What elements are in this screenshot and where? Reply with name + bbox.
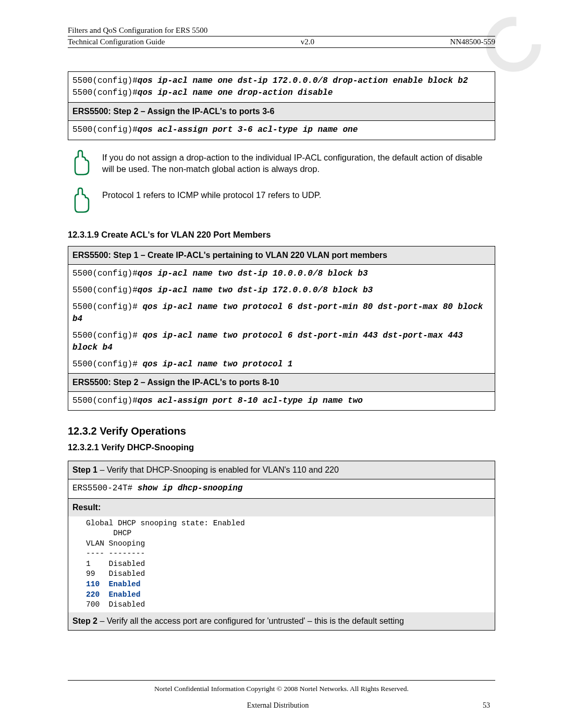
output-line: 99 Disabled xyxy=(86,570,145,578)
note-text: If you do not assign a drop-action to th… xyxy=(102,150,495,175)
note-text: Protocol 1 refers to ICMP while protocol… xyxy=(102,187,321,201)
cli-prompt: 5500(config)# xyxy=(72,88,138,97)
doc-version: v2.0 xyxy=(301,38,314,46)
step-desc: – Verify all the access port are configu… xyxy=(97,616,404,625)
step-header: ERS5500: Step 2 – Assign the IP-ACL's to… xyxy=(68,103,495,120)
command-block-5: ERS5500-24T# show ip dhcp-snooping xyxy=(68,479,495,498)
cli-command: show ip dhcp-snooping xyxy=(138,484,243,493)
page-number: 53 xyxy=(483,701,490,710)
cli-command: qos ip-acl name one drop-action disable xyxy=(138,88,333,97)
step-header: Step 1 – Verify that DHCP-Snooping is en… xyxy=(68,461,495,479)
output-line: 1 Disabled xyxy=(86,560,145,568)
result-output: Global DHCP snooping state: Enabled DHCP… xyxy=(68,516,495,612)
command-block-4: 5500(config)#qos acl-assign port 8-10 ac… xyxy=(68,391,495,411)
step-header: ERS5500: Step 1 – Create IP-ACL's pertai… xyxy=(68,246,495,264)
note-row: If you do not assign a drop-action to th… xyxy=(71,150,495,178)
cli-prompt: 5500(config)# xyxy=(72,269,138,278)
cli-command: qos acl-assign port 8-10 acl-type ip nam… xyxy=(138,396,363,405)
output-line: ---- -------- xyxy=(86,549,145,558)
doc-number: NN48500-559 xyxy=(450,38,495,46)
output-line: Global DHCP snooping state: Enabled xyxy=(86,519,245,527)
doc-title: Filters and QoS Configuration for ERS 55… xyxy=(68,26,207,35)
cli-command: qos ip-acl name two dst-ip 172.0.0.0/8 b… xyxy=(138,286,373,295)
page-header-row1: Filters and QoS Configuration for ERS 55… xyxy=(68,26,495,36)
cli-command: qos acl-assign port 3-6 acl-type ip name… xyxy=(138,125,358,134)
output-line: DHCP xyxy=(86,529,131,537)
cli-prompt: 5500(config)# xyxy=(72,125,138,134)
cli-prompt: 5500(config)# xyxy=(72,76,138,85)
command-block-2: 5500(config)#qos acl-assign port 3-6 acl… xyxy=(68,120,495,140)
cli-command: qos ip-acl name two dst-ip 10.0.0.0/8 bl… xyxy=(138,269,368,278)
cli-prompt: 5500(config)# xyxy=(72,331,142,340)
footer-distribution: External Distribution xyxy=(247,701,309,710)
section-heading: 12.3.1.9 Create ACL's for VLAN 220 Port … xyxy=(68,230,495,240)
cli-command: qos ip-acl name one dst-ip 172.0.0.0/8 d… xyxy=(138,76,468,85)
result-header: Result: xyxy=(68,499,495,516)
cli-prompt: 5500(config)# xyxy=(72,286,138,295)
output-line: 700 Disabled xyxy=(86,600,145,609)
cli-prompt: 5500(config)# xyxy=(72,396,138,405)
cli-prompt: 5500(config)# xyxy=(72,302,142,312)
note-row: Protocol 1 refers to ICMP while protocol… xyxy=(71,187,495,215)
cli-prompt: 5500(config)# xyxy=(72,360,142,369)
step-desc: – Verify that DHCP-Snooping is enabled f… xyxy=(97,465,339,474)
output-line-highlight: 110 Enabled xyxy=(86,580,140,588)
subsection-heading: 12.3.2.1 Verify DHCP-Snooping xyxy=(68,442,495,452)
pointing-hand-icon xyxy=(71,187,92,215)
cli-command: qos ip-acl name two protocol 1 xyxy=(142,360,292,369)
output-line-highlight: 220 Enabled xyxy=(86,590,140,599)
step-label: Step 1 xyxy=(72,465,97,474)
cli-prompt: ERS5500-24T# xyxy=(72,484,138,493)
page-header-row2: Technical Configuration Guide v2.0 NN485… xyxy=(68,38,495,48)
doc-subtitle: Technical Configuration Guide xyxy=(68,38,165,46)
pointing-hand-icon xyxy=(71,150,92,178)
output-line: VLAN Snooping xyxy=(86,539,145,548)
step-header: ERS5500: Step 2 – Assign the IP-ACL's to… xyxy=(68,374,495,391)
command-block-3: 5500(config)#qos ip-acl name two dst-ip … xyxy=(68,264,495,374)
section-heading: 12.3.2 Verify Operations xyxy=(68,425,495,437)
step-header: Step 2 – Verify all the access port are … xyxy=(68,612,495,631)
step-label: Step 2 xyxy=(72,616,97,625)
command-block-1: 5500(config)#qos ip-acl name one dst-ip … xyxy=(68,71,495,103)
page-footer: Nortel Confidential Information Copyrigh… xyxy=(68,680,495,710)
footer-copyright: Nortel Confidential Information Copyrigh… xyxy=(68,685,495,693)
